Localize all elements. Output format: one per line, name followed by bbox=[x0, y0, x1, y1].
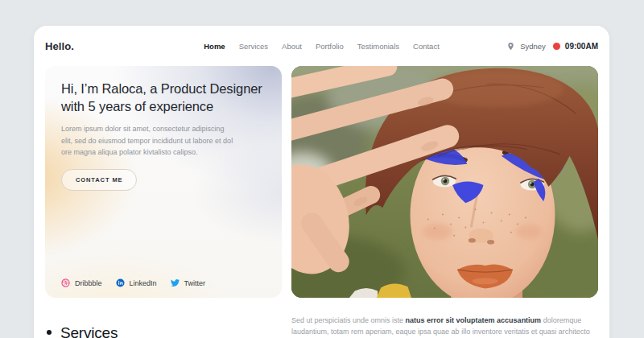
social-label: Twitter bbox=[184, 279, 206, 287]
nav-item-home[interactable]: Home bbox=[204, 42, 225, 51]
hero-photo bbox=[291, 66, 598, 298]
location-pin-icon bbox=[506, 42, 515, 51]
hero-section: Hi, I’m Raloca, a Product Designer with … bbox=[45, 66, 598, 298]
header: Hello. Home Services About Portfolio Tes… bbox=[45, 26, 598, 66]
social-links: Dribbble LinkedIn Twitter bbox=[61, 278, 205, 287]
services-heading: Services bbox=[60, 324, 118, 338]
linkedin-icon bbox=[116, 278, 125, 287]
dribbble-icon bbox=[61, 278, 70, 287]
services-bullet-icon bbox=[47, 330, 52, 335]
nav-item-testimonials[interactable]: Testimonials bbox=[357, 42, 399, 51]
services-paragraph-start: Sed ut perspiciatis unde omnis iste bbox=[291, 316, 406, 324]
clock-time: 09:00AM bbox=[565, 42, 598, 51]
nav-item-portfolio[interactable]: Portfolio bbox=[316, 42, 344, 51]
logo: Hello. bbox=[45, 40, 74, 52]
nav-item-about[interactable]: About bbox=[282, 42, 302, 51]
twitter-icon bbox=[171, 278, 180, 287]
nav-item-contact[interactable]: Contact bbox=[413, 42, 440, 51]
main-nav: Home Services About Portfolio Testimonia… bbox=[204, 42, 440, 51]
portrait-illustration bbox=[291, 66, 598, 298]
hero-title-line2: with 5 years of experience bbox=[61, 98, 266, 116]
services-heading-block: Services bbox=[45, 314, 282, 338]
hero-title: Hi, I’m Raloca, a Product Designer with … bbox=[61, 80, 266, 115]
social-label: LinkedIn bbox=[130, 279, 157, 287]
header-meta: Sydney 09:00AM bbox=[506, 42, 598, 51]
hero-intro-panel: Hi, I’m Raloca, a Product Designer with … bbox=[45, 66, 282, 298]
social-link-linkedin[interactable]: LinkedIn bbox=[116, 278, 157, 287]
social-link-twitter[interactable]: Twitter bbox=[171, 278, 206, 287]
social-link-dribbble[interactable]: Dribbble bbox=[61, 278, 102, 287]
services-paragraph-bold: natus error sit voluptatem accusantium bbox=[406, 316, 542, 324]
hero-title-line1: Hi, I’m Raloca, a Product Designer bbox=[61, 80, 266, 98]
services-paragraph: Sed ut perspiciatis unde omnis iste natu… bbox=[291, 314, 598, 338]
social-label: Dribbble bbox=[75, 279, 102, 287]
contact-me-button[interactable]: CONTACT ME bbox=[61, 169, 137, 191]
location-label: Sydney bbox=[520, 42, 546, 51]
main-card: Hello. Home Services About Portfolio Tes… bbox=[34, 26, 609, 338]
status-dot-icon bbox=[553, 43, 560, 50]
nav-item-services[interactable]: Services bbox=[239, 42, 268, 51]
services-section: Services Sed ut perspiciatis unde omnis … bbox=[45, 314, 598, 338]
hero-description: Lorem ipsum dolor sit amet, consectetur … bbox=[61, 123, 235, 159]
